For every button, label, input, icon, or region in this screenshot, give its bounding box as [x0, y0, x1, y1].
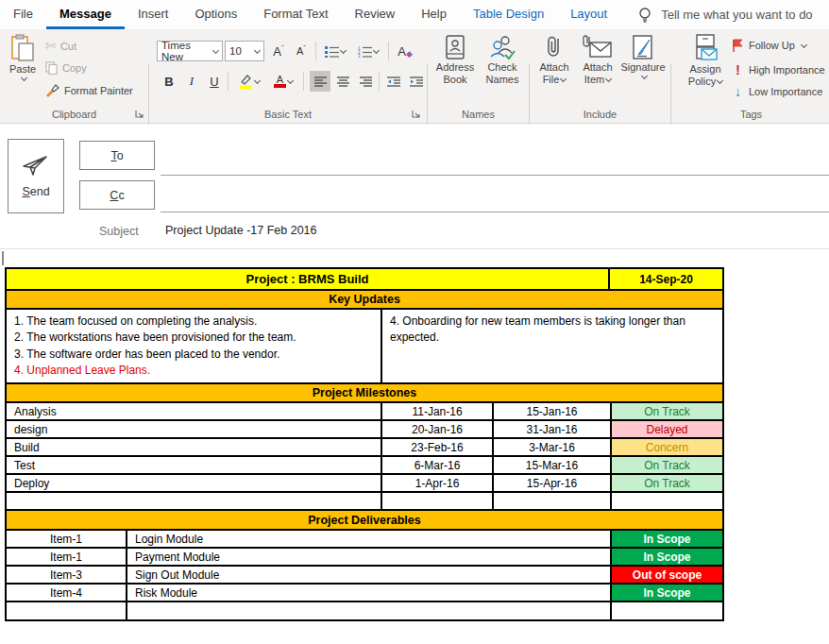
milestone-name: Analysis — [7, 403, 382, 419]
address-book-label: Address — [436, 61, 474, 73]
subject-label: Subject — [99, 225, 139, 238]
divider — [315, 42, 316, 60]
bullets-button[interactable] — [321, 41, 349, 61]
signature-label: Signature — [620, 61, 665, 73]
table-row: Build 23-Feb-16 3-Mar-16 Concern — [7, 439, 722, 457]
table-row: Project Deliverables — [7, 511, 722, 531]
bold-button[interactable]: B — [159, 71, 179, 92]
cc-input[interactable] — [161, 181, 821, 210]
milestone-name: Deploy — [7, 475, 382, 491]
tab-insert[interactable]: Insert — [125, 0, 182, 29]
shrink-font-button[interactable]: Aˇ — [291, 41, 312, 61]
table-row: Item-4 Risk Module In Scope — [7, 585, 722, 602]
address-book-icon — [443, 34, 467, 60]
milestone-end-date: 15-Apr-16 — [494, 475, 612, 491]
copy-button[interactable]: Copy — [45, 61, 87, 75]
underline-button[interactable]: U — [204, 71, 225, 92]
deliverable-item: Item-4 — [7, 585, 127, 601]
group-separator — [529, 64, 530, 132]
send-button[interactable]: Send — [8, 139, 64, 213]
chevron-down-icon — [801, 41, 807, 47]
deliverable-item: Item-3 — [7, 567, 127, 583]
divider — [228, 72, 228, 91]
deliverables-header: Project Deliverables — [7, 511, 722, 529]
paste-label: Paste — [9, 63, 36, 75]
table-row: Item-1 Payment Module In Scope — [7, 549, 722, 567]
tab-table-design[interactable]: Table Design — [460, 0, 557, 29]
font-color-button[interactable]: A — [268, 71, 298, 92]
svg-text:3: 3 — [358, 54, 361, 58]
assign-policy-button[interactable]: Assign Policy — [683, 34, 728, 87]
subject-input[interactable]: Project Update -17 Feb 2016 — [165, 224, 817, 237]
tab-review[interactable]: Review — [342, 0, 409, 29]
ribbon: Paste ✄ Cut Copy Format Painter Clipboar… — [0, 29, 829, 124]
chevron-down-icon — [20, 75, 26, 81]
tags-group: Assign Policy Follow Up ! High Importanc… — [673, 29, 829, 123]
tab-options[interactable]: Options — [181, 0, 250, 29]
table-row: Project : BRMS Build 14-Sep-20 — [7, 269, 722, 291]
empty-cell — [382, 493, 494, 509]
tab-help[interactable]: Help — [408, 0, 460, 29]
low-importance-button[interactable]: ↓ Low Importance — [732, 84, 822, 99]
milestone-start-date: 20-Jan-16 — [382, 421, 494, 437]
tell-me-box[interactable]: Tell me what you want to do — [637, 0, 812, 29]
clipboard-group: Paste ✄ Cut Copy Format Painter Clipboar… — [0, 29, 148, 123]
send-label: Send — [22, 185, 49, 198]
basic-text-group-label: Basic Text — [151, 109, 425, 120]
cut-scissors-icon: ✄ — [45, 39, 56, 53]
names-group: Address Book Check Names Names — [430, 29, 527, 123]
to-input[interactable] — [161, 144, 821, 172]
ribbon-tab-bar: File Message Insert Options Format Text … — [0, 0, 829, 29]
assign-policy-label-2: Policy — [688, 76, 716, 87]
include-group-label: Include — [532, 109, 668, 120]
tab-message[interactable]: Message — [46, 0, 125, 29]
to-button[interactable]: To — [79, 141, 155, 170]
deliverable-status-badge: Out of scope — [612, 567, 722, 583]
attach-item-button[interactable]: Attach Item — [577, 34, 618, 85]
tab-format-text[interactable]: Format Text — [250, 0, 341, 29]
grow-font-button[interactable]: Aˆ — [268, 41, 289, 61]
numbering-button[interactable]: 123 — [354, 41, 382, 61]
follow-up-button[interactable]: Follow Up — [732, 39, 806, 52]
milestone-end-date: 15-Mar-16 — [494, 457, 612, 473]
clipboard-dialog-launcher-icon[interactable] — [135, 110, 144, 119]
address-book-button[interactable]: Address Book — [431, 34, 479, 85]
font-name-combobox[interactable]: Times New — [157, 41, 223, 61]
empty-cell — [127, 602, 612, 619]
project-report-table[interactable]: Project : BRMS Build 14-Sep-20 Key Updat… — [5, 267, 724, 621]
flag-icon — [732, 39, 744, 52]
signature-button[interactable]: Signature — [618, 34, 668, 80]
paste-button[interactable]: Paste — [6, 34, 40, 82]
chevron-down-icon — [605, 76, 612, 82]
cut-button[interactable]: ✄ Cut — [45, 39, 76, 53]
check-names-button[interactable]: Check Names — [480, 34, 525, 85]
format-painter-button[interactable]: Format Painter — [45, 84, 133, 97]
align-center-button[interactable] — [332, 71, 353, 92]
key-updates-left-cell: 1. The team focused on completing the an… — [7, 310, 382, 382]
decrease-indent-button[interactable] — [383, 71, 404, 92]
align-left-button[interactable] — [310, 71, 330, 92]
report-title: Project : BRMS Build — [7, 269, 610, 289]
check-names-label-2: Names — [486, 74, 519, 85]
clear-formatting-button[interactable]: A◆ — [395, 41, 415, 61]
divider — [379, 72, 380, 91]
text-highlight-button[interactable] — [233, 71, 263, 92]
deliverable-item: Item-1 — [7, 531, 127, 547]
italic-button[interactable]: I — [181, 71, 202, 92]
assign-policy-label: Assign — [689, 63, 720, 75]
cc-button[interactable]: Cc — [79, 180, 155, 210]
address-book-label-2: Book — [443, 74, 466, 85]
table-row: Analysis 11-Jan-16 15-Jan-16 On Track — [7, 403, 722, 421]
increase-indent-button[interactable] — [406, 71, 427, 92]
empty-cell — [612, 493, 722, 509]
align-right-button[interactable] — [355, 71, 376, 92]
key-updates-right-cell: 4. Onboarding for new team members is ta… — [382, 310, 722, 382]
font-size-combobox[interactable]: 10 — [225, 41, 264, 61]
tab-file[interactable]: File — [0, 0, 46, 29]
high-importance-button[interactable]: ! High Importance — [732, 61, 825, 77]
attach-file-button[interactable]: Attach File — [533, 34, 575, 85]
check-names-icon — [489, 34, 516, 60]
basic-text-dialog-launcher-icon[interactable] — [412, 110, 421, 119]
chevron-down-icon — [340, 46, 347, 53]
tab-layout[interactable]: Layout — [557, 0, 620, 29]
